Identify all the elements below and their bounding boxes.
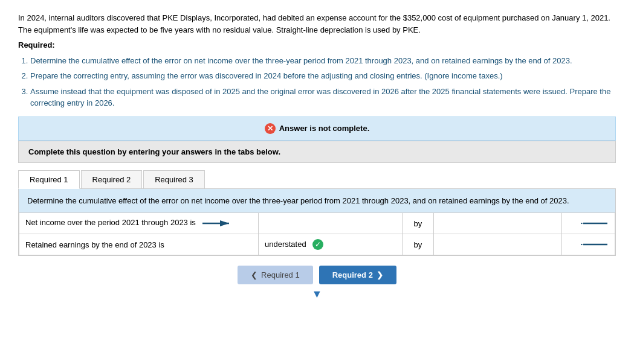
prev-button-label: Required 1 xyxy=(261,270,300,279)
row1-value2-input[interactable] xyxy=(440,218,555,229)
question-intro: In 2024, internal auditors discovered th… xyxy=(18,12,616,36)
tab-required-3[interactable]: Required 3 xyxy=(143,170,205,188)
row1-label: Net income over the period 2021 through … xyxy=(19,213,259,234)
required-label: Required: xyxy=(18,39,616,51)
blue-arrow-1 xyxy=(202,217,233,229)
row1-arrow-cell xyxy=(561,213,615,234)
navigation-buttons: ❮ Required 1 Required 2 ❯ xyxy=(18,266,616,284)
next-button-label: Required 2 xyxy=(332,270,373,279)
instruction-text: Complete this question by entering your … xyxy=(28,147,280,156)
row2-by: by xyxy=(402,234,434,255)
row2-value1-cell: understated ✓ xyxy=(258,234,402,255)
next-arrow-icon: ❯ xyxy=(377,270,383,279)
prev-arrow-icon: ❮ xyxy=(251,270,257,279)
tabs-row: Required 1 Required 2 Required 3 xyxy=(18,170,616,189)
answer-table: Net income over the period 2021 through … xyxy=(19,212,615,255)
row2-value2-input[interactable] xyxy=(440,239,555,251)
table-row: Retained earnings by the end of 2023 is … xyxy=(19,234,615,255)
next-button[interactable]: Required 2 ❯ xyxy=(319,266,396,284)
tab-required-2[interactable]: Required 2 xyxy=(81,170,143,188)
status-text: Answer is not complete. xyxy=(279,124,370,133)
blue-arrow-right-2 xyxy=(581,238,611,251)
table-row: Net income over the period 2021 through … xyxy=(19,213,615,234)
blue-arrow-right-1 xyxy=(581,217,611,229)
question-item-2: Prepare the correcting entry, assuming t… xyxy=(30,70,616,82)
answer-status-bar: ✕ Answer is not complete. xyxy=(18,117,616,141)
row2-value2-cell[interactable] xyxy=(434,234,561,255)
error-icon: ✕ xyxy=(265,123,276,134)
check-icon: ✓ xyxy=(312,239,323,250)
complete-instruction: Complete this question by entering your … xyxy=(18,141,616,163)
row2-understated: understated xyxy=(265,240,306,249)
tab-description-text: Determine the cumulative effect of the e… xyxy=(27,196,569,205)
down-arrow-icon: ▼ xyxy=(312,288,323,300)
row2-arrow-cell xyxy=(561,234,615,255)
row1-value1-input[interactable] xyxy=(265,218,396,229)
down-arrow-indicator: ▼ xyxy=(18,288,616,301)
row1-value2-cell[interactable] xyxy=(434,213,561,234)
tab-required-1[interactable]: Required 1 xyxy=(18,170,80,189)
row1-by: by xyxy=(402,213,434,234)
tab-description: Determine the cumulative effect of the e… xyxy=(19,189,615,213)
tab-content: Determine the cumulative effect of the e… xyxy=(18,189,616,257)
row2-label: Retained earnings by the end of 2023 is xyxy=(19,234,259,255)
question-list: Determine the cumulative effect of the e… xyxy=(30,55,616,109)
tabs-container: Required 1 Required 2 Required 3 Determi… xyxy=(18,170,616,257)
question-text: In 2024, internal auditors discovered th… xyxy=(18,12,616,109)
table-wrapper: Net income over the period 2021 through … xyxy=(19,212,615,255)
question-item-1: Determine the cumulative effect of the e… xyxy=(30,55,616,67)
row1-input-cell[interactable] xyxy=(258,213,402,234)
question-item-3: Assume instead that the equipment was di… xyxy=(30,86,616,109)
prev-button[interactable]: ❮ Required 1 xyxy=(238,266,313,284)
